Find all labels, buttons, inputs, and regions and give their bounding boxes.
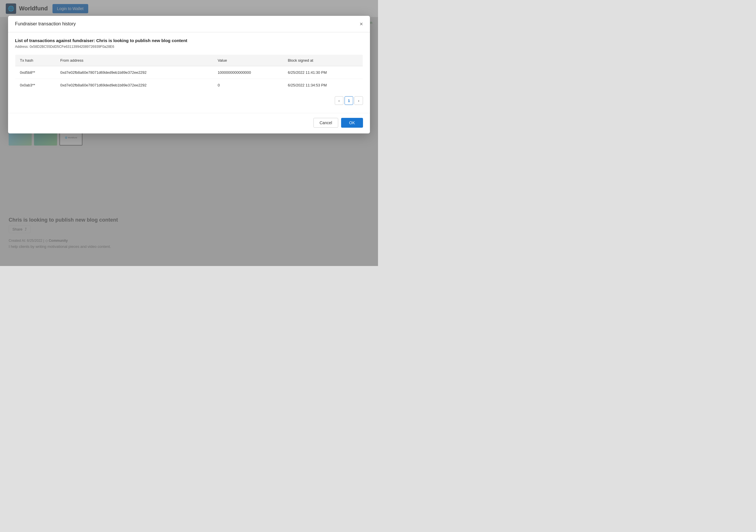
modal-header: Fundraiser transaction history × [8, 16, 370, 32]
pagination: ‹ 1 › [15, 92, 363, 107]
col-tx-hash: Tx hash [15, 55, 56, 66]
modal-title: Fundraiser transaction history [15, 21, 76, 27]
cell-value: 0 [213, 79, 283, 92]
table-row: 0xd5b8** 0xd7e02fb8a60e78071d69ded9eb1b8… [15, 66, 363, 79]
pagination-next-button[interactable]: › [354, 96, 363, 105]
modal-close-button[interactable]: × [360, 21, 363, 27]
cancel-button[interactable]: Cancel [313, 118, 338, 128]
ok-button[interactable]: OK [341, 118, 363, 128]
table-row: 0x0ab3** 0xd7e02fb8a60e78071d69ded9eb1b8… [15, 79, 363, 92]
col-block-signed-at: Block signed at [283, 55, 363, 66]
cell-tx-hash: 0xd5b8** [15, 66, 56, 79]
pagination-prev-button[interactable]: ‹ [335, 96, 343, 105]
cell-from-address: 0xd7e02fb8a60e78071d69ded9eb1b89e372ee22… [56, 66, 213, 79]
pagination-page-1[interactable]: 1 [344, 96, 353, 105]
cell-from-address: 0xd7e02fb8a60e78071d69ded9eb1b89e372ee22… [56, 79, 213, 92]
modal-footer: Cancel OK [8, 113, 370, 133]
cell-tx-hash: 0x0ab3** [15, 79, 56, 92]
cell-block-signed-at: 6/25/2022 11:34:53 PM [283, 79, 363, 92]
transaction-history-modal: Fundraiser transaction history × List of… [8, 16, 370, 133]
cell-value: 1000000000000000 [213, 66, 283, 79]
col-value: Value [213, 55, 283, 66]
fundraiser-subtitle: List of transactions against fundraiser:… [15, 38, 363, 43]
modal-body: List of transactions against fundraiser:… [8, 32, 370, 113]
transaction-table: Tx hash From address Value Block signed … [15, 54, 363, 92]
table-header-row: Tx hash From address Value Block signed … [15, 55, 363, 66]
fundraiser-address: Address: 0x58D2BC55DdD5CFe63113994208972… [15, 45, 363, 49]
col-from-address: From address [56, 55, 213, 66]
cell-block-signed-at: 6/25/2022 11:41:30 PM [283, 66, 363, 79]
